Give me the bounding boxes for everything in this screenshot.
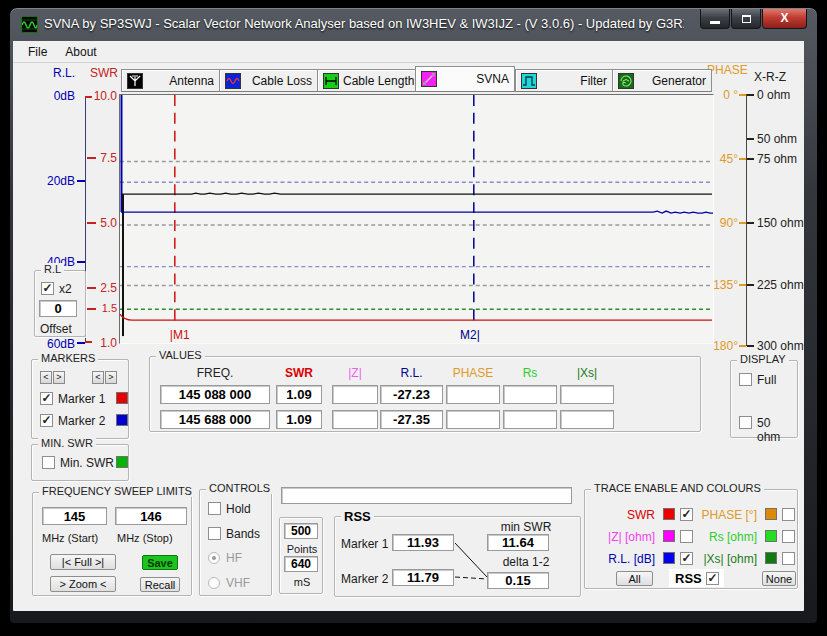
freq-value-m1: 145 088 000 [160,385,270,404]
minimize-button[interactable] [700,9,730,29]
marker2-right-button[interactable]: > [105,371,117,384]
marker1-left-button[interactable]: < [40,371,52,384]
xrz-tick [747,345,754,347]
start-unit-label: MHz (Start) [42,532,98,544]
trace-phase-swatch[interactable] [765,508,777,520]
maximize-button[interactable] [731,9,761,29]
recall-button[interactable]: Recall [140,577,180,592]
marker2-left-button[interactable]: < [92,371,104,384]
xs-value-m2 [560,410,614,429]
hold-checkbox[interactable] [208,502,221,515]
min-swr-label: Min. SWR [60,456,114,470]
swr-tick-label: 10.0 [87,89,117,103]
trace-none-button[interactable]: None [762,571,796,586]
rl-tick [77,342,85,344]
xrz-tick-label: 225 ohm [757,278,804,292]
trace-xs-checkbox[interactable] [782,552,795,565]
tab-svna[interactable]: SVNA [415,66,515,92]
tab-generator[interactable]: Generator [612,69,712,92]
points-label: Points [280,543,324,555]
marker2-color-swatch[interactable] [116,414,128,426]
xrz-tick-label: 50 ohm [757,132,797,146]
trace-rs-checkbox[interactable] [782,530,795,543]
trace-swr-swatch[interactable] [663,508,675,520]
zoom-button[interactable]: > Zoom < [50,576,116,592]
rs-value-m1 [503,385,557,404]
window-title: SVNA by SP3SWJ - Scalar Vector Network A… [44,8,684,41]
freq-start-input[interactable] [42,507,107,525]
values-header-rs: Rs [503,366,557,380]
rl-tick [77,180,85,182]
rl-value-m2: -27.35 [380,410,443,429]
hf-radio[interactable] [208,552,220,564]
trace-rss-checkbox[interactable]: ✓ [706,572,719,585]
marker1-checkbox[interactable]: ✓ [40,392,53,405]
trace-phase-checkbox[interactable] [782,508,795,521]
values-header-z: |Z| [332,366,378,380]
offset-input[interactable] [39,300,77,317]
rl-offset-group: R.L ✓ x2 Offset [34,270,86,337]
x2-checkbox[interactable]: ✓ [41,282,54,295]
marker1-right-button[interactable]: > [53,371,65,384]
display-50ohm-label: 50 ohm [757,416,797,444]
phase-tick [739,94,746,96]
trace-xs-label: |Xs| [ohm] [687,552,757,566]
menu-about[interactable]: About [56,43,105,61]
close-button[interactable]: X [762,9,807,29]
full-span-button[interactable]: |< Full >| [50,554,116,570]
stop-unit-label: MHz (Stop) [117,532,173,544]
rss-marker1-value: 11.93 [392,534,454,551]
xrz-tick-label: 0 ohm [757,88,790,102]
rl-tick-label: 20dB [33,174,75,188]
xrz-tick [747,138,754,140]
menu-file[interactable]: File [19,43,56,61]
freq-stop-input[interactable] [115,507,187,525]
min-swr-checkbox[interactable] [42,456,55,469]
tab-filter[interactable]: Filter [515,69,613,92]
minimize-icon [710,21,720,24]
markers-group: MARKERS < > < > ✓ Marker 1 ✓ Marker 2 [31,359,129,439]
trace-rs-swatch[interactable] [765,530,777,542]
phase-tick [739,345,746,347]
phase-value-m2 [446,410,500,429]
swr-axis-title: SWR [90,66,118,80]
min-swr-color-swatch[interactable] [116,456,128,468]
phase-value-m1 [446,385,500,404]
save-button[interactable]: Save [142,555,178,570]
menu-bar: File About [13,41,804,63]
marker2-checkbox[interactable]: ✓ [40,414,53,427]
marker2-label: M2| [460,328,480,342]
status-text-input[interactable] [281,487,572,504]
xs-value-m1 [560,385,614,404]
hf-label: HF [226,551,242,565]
vhf-radio[interactable] [208,577,220,589]
trace-all-button[interactable]: All [616,571,653,586]
trace-xs-swatch[interactable] [765,552,777,564]
trace-rss-label: RSS [675,571,702,586]
values-header-freq: FREQ. [160,366,270,380]
display-50ohm-checkbox[interactable] [739,416,752,429]
trace-z-swatch[interactable] [663,530,675,542]
xrz-tick [747,222,754,224]
swr-tick-label: 1.0 [87,336,117,350]
tab-antenna[interactable]: Antenna [121,69,220,92]
marker1-label: Marker 1 [58,392,105,406]
xrz-tick-label: 75 ohm [757,152,797,166]
tab-cable-length[interactable]: Cable Length [317,69,416,92]
hold-label: Hold [226,502,251,516]
phase-tick [739,284,746,286]
tab-cable-loss[interactable]: Cable Loss [219,69,318,92]
maximize-icon [742,15,751,23]
svna-icon [421,71,437,87]
client-area: File About R.L. SWR PHASE X-R-Z Antenna … [13,41,804,611]
swr-value-m2: 1.09 [276,410,322,429]
sweep-limits-group: FREQUENCY SWEEP LIMITS MHz (Start) MHz (… [32,492,192,596]
trace-rl-swatch[interactable] [663,552,675,564]
display-full-checkbox[interactable] [739,373,752,386]
sweep-chart[interactable]: |M1 M2| [119,94,714,344]
marker1-color-swatch[interactable] [116,392,128,404]
bands-checkbox[interactable] [208,527,221,540]
freq-value-m2: 145 688 000 [160,410,270,429]
points-box: 500 Points 640 mS [279,517,323,594]
display-group: DISPLAY Full 50 ohm [730,360,798,438]
